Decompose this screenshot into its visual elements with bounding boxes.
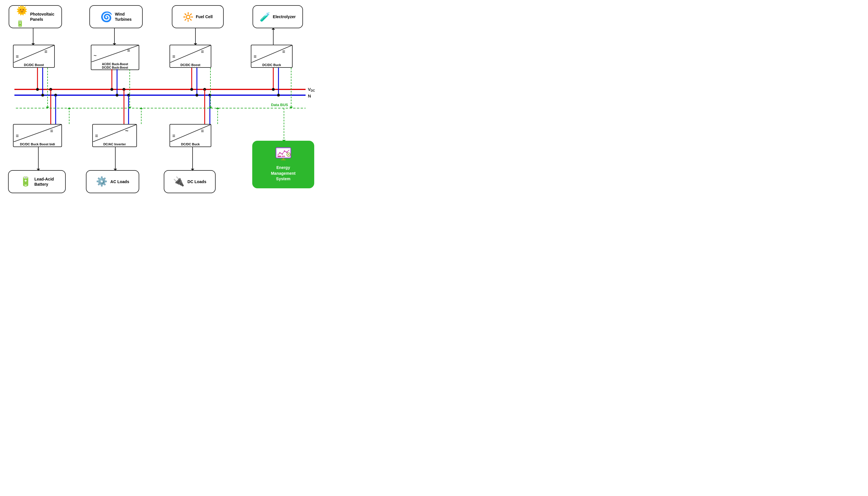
- svg-point-22: [203, 88, 206, 91]
- conv1-box: ≡ ≡ DC/DC Boost: [13, 45, 55, 68]
- battery-box: 🔋 Lead-Acid Battery: [8, 170, 66, 193]
- svg-text:≡: ≡: [95, 133, 98, 139]
- fuelcell-icon: 🔆: [183, 11, 193, 22]
- svg-text:≡: ≡: [16, 53, 19, 59]
- svg-line-67: [91, 45, 139, 62]
- pv-icon: 🌞🔋: [16, 5, 28, 29]
- svg-point-21: [195, 94, 198, 97]
- svg-rect-92: [282, 156, 285, 157]
- svg-marker-61: [216, 107, 219, 109]
- batt-conv-label: DC/DC Buck Boost bidi: [20, 142, 55, 146]
- svg-text:≡: ≡: [201, 128, 204, 134]
- svg-point-13: [41, 94, 44, 97]
- conv2-label: AC/DC Buck-BoostDC/DC Buck-Boost: [102, 63, 128, 69]
- conv4-box: ≡ ≡ DC/DC Buck: [251, 45, 293, 68]
- pv-panels-box: 🌞🔋 Photovoltaic Panels: [9, 5, 62, 28]
- svg-text:≡: ≡: [254, 53, 256, 59]
- dc-loads-label: DC Loads: [187, 179, 206, 184]
- svg-line-73: [251, 45, 292, 63]
- svg-point-94: [288, 154, 289, 155]
- svg-text:≡: ≡: [127, 48, 130, 53]
- conv4-label: DC/DC Buck: [262, 63, 281, 67]
- electrolyzer-icon: 🧪: [260, 11, 270, 22]
- svg-text:VDC: VDC: [308, 87, 315, 92]
- svg-point-18: [123, 88, 125, 91]
- ac-loads-label: AC Loads: [110, 179, 129, 184]
- svg-point-25: [277, 94, 280, 97]
- svg-text:Data BUS: Data BUS: [271, 103, 288, 107]
- fuel-cell-box: 🔆 Fuel Cell: [172, 5, 224, 28]
- svg-line-70: [170, 45, 211, 63]
- svg-line-82: [170, 125, 211, 142]
- svg-text:~: ~: [94, 52, 97, 58]
- svg-rect-91: [278, 156, 281, 157]
- wind-icon: 🌀: [100, 10, 112, 23]
- inv-label: DC/AC Inverter: [103, 142, 126, 146]
- svg-point-17: [115, 94, 119, 97]
- svg-rect-96: [281, 159, 286, 160]
- conv3-box: ≡ ≡ DC/DC Boost: [170, 45, 211, 68]
- wind-label: Wind Turbines: [115, 12, 131, 22]
- fuelcell-label: Fuel Cell: [196, 14, 212, 19]
- dc-buck-box: ≡ ≡ DC/DC Buck: [170, 124, 211, 147]
- svg-marker-49: [46, 107, 49, 109]
- batt-conv-box: ≡ ≡ DC/DC Buck Boost bidi: [13, 124, 62, 147]
- conv1-label: DC/DC Boost: [24, 63, 44, 67]
- ems-icon: [275, 147, 292, 164]
- pv-label: Photovoltaic Panels: [30, 12, 54, 22]
- wind-turbines-box: 🌀 Wind Turbines: [89, 5, 143, 28]
- svg-text:≡: ≡: [16, 133, 19, 139]
- ac-loads-icon: ⚙️: [96, 176, 108, 188]
- svg-point-23: [208, 94, 211, 97]
- svg-point-90: [286, 152, 287, 153]
- svg-text:≡: ≡: [201, 49, 204, 55]
- svg-marker-51: [128, 107, 131, 109]
- svg-point-12: [36, 88, 39, 91]
- conv2-box: ~ ≡ AC/DC Buck-BoostDC/DC Buck-Boost: [91, 45, 139, 70]
- svg-text:≡: ≡: [172, 53, 175, 59]
- ems-label: EnergyManagementSystem: [271, 165, 296, 182]
- svg-text:N: N: [308, 93, 311, 98]
- svg-marker-59: [140, 107, 143, 109]
- svg-point-87: [279, 152, 281, 154]
- ac-loads-box: ⚙️ AC Loads: [86, 170, 139, 193]
- svg-point-20: [190, 88, 193, 91]
- svg-line-79: [93, 125, 136, 142]
- svg-point-24: [272, 88, 275, 91]
- svg-point-89: [284, 151, 285, 152]
- svg-marker-55: [289, 107, 293, 109]
- svg-point-14: [49, 88, 52, 91]
- diagram-container: VDC N: [0, 0, 346, 198]
- svg-line-76: [14, 125, 61, 142]
- inv-box: ≡ ~ DC/AC Inverter: [92, 124, 137, 147]
- svg-point-19: [127, 94, 130, 97]
- svg-text:≡: ≡: [50, 128, 53, 134]
- svg-point-16: [110, 88, 113, 91]
- conv3-label: DC/DC Boost: [180, 63, 200, 67]
- electrolyzer-label: Electrolyzer: [273, 14, 296, 19]
- svg-line-64: [14, 45, 54, 63]
- svg-text:≡: ≡: [44, 49, 47, 55]
- battery-icon: 🔋: [20, 176, 31, 188]
- svg-text:~: ~: [125, 127, 128, 134]
- svg-text:≡: ≡: [282, 49, 285, 55]
- svg-marker-53: [209, 107, 212, 109]
- electrolyzer-box: 🧪 Electrolyzer: [253, 5, 303, 28]
- ems-box: EnergyManagementSystem: [252, 141, 314, 188]
- battery-label: Lead-Acid Battery: [34, 176, 54, 187]
- svg-text:≡: ≡: [172, 133, 175, 139]
- dc-loads-box: 🔌 DC Loads: [164, 170, 216, 193]
- dc-buck-label: DC/DC Buck: [181, 142, 200, 146]
- svg-rect-95: [283, 158, 284, 159]
- svg-point-15: [54, 94, 57, 97]
- svg-point-88: [281, 153, 283, 155]
- svg-marker-57: [67, 107, 71, 109]
- dc-loads-icon: 🔌: [173, 176, 185, 188]
